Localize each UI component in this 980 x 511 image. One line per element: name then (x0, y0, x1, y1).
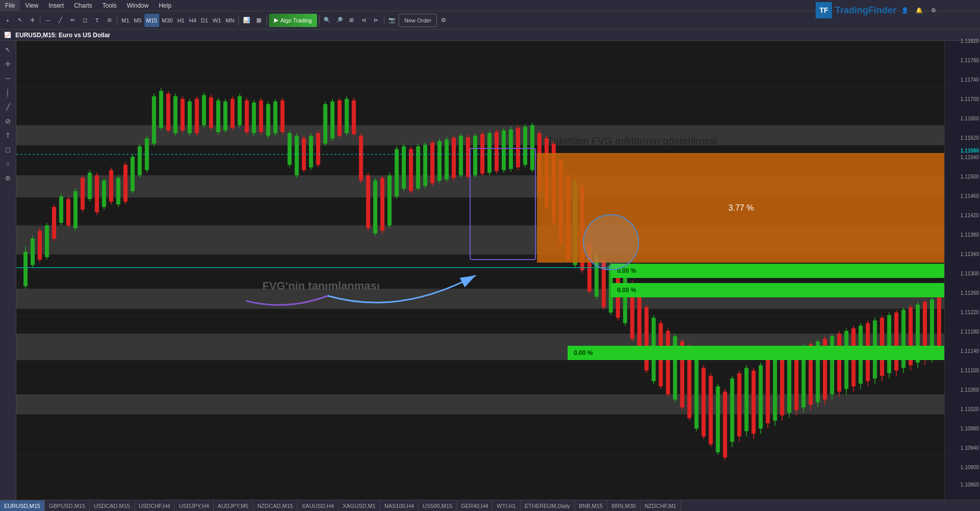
new-chart-btn[interactable]: + (2, 14, 13, 27)
account-btn[interactable]: ⚙ (438, 14, 449, 27)
zoom-in-btn[interactable]: 🔍 (322, 14, 333, 27)
btab-audjpy-m5[interactable]: AUDJPY,M5 (214, 500, 253, 511)
btab-bnb-m15[interactable]: BNB,M15 (575, 500, 607, 511)
tf-w1[interactable]: W1 (211, 14, 224, 27)
tf-d1[interactable]: D1 (199, 14, 210, 27)
svg-rect-168 (559, 160, 563, 244)
tf-notification-btn[interactable]: 🔔 (914, 4, 925, 17)
channel-tool[interactable]: ⊘ (2, 114, 15, 127)
menu-tools[interactable]: Tools (97, 0, 122, 11)
svg-rect-36 (88, 173, 92, 199)
btab-nas100-h4[interactable]: NAS100,H4 (380, 500, 419, 511)
zoom-out-btn[interactable]: 🔎 (334, 14, 345, 27)
btab-xauusd-h4[interactable]: XAUUSD,H4 (298, 500, 338, 511)
sep1 (40, 15, 40, 25)
svg-rect-228 (773, 357, 777, 421)
menu-view[interactable]: View (20, 0, 43, 11)
menu-insert[interactable]: Insert (43, 0, 69, 11)
btab-eurusd-m15[interactable]: EURUSD,M15 (0, 500, 45, 511)
cursor-btn[interactable]: ↖ (14, 14, 26, 27)
tf-h4[interactable]: H4 (187, 14, 198, 27)
sep3 (238, 15, 239, 25)
btab-gbpusd-m15[interactable]: GBPUSD,M15 (45, 500, 90, 511)
fib-tool[interactable]: Φ (2, 171, 15, 185)
svg-rect-268 (916, 304, 920, 363)
btab-xagusd-m1[interactable]: XAGUSD,M1 (338, 500, 380, 511)
svg-rect-18 (23, 252, 28, 286)
fibonacci-btn[interactable]: ⊘ (104, 14, 115, 27)
menu-window[interactable]: Window (122, 0, 154, 11)
tf-settings-btn[interactable]: ⚙ (928, 4, 939, 17)
menu-file[interactable]: File (0, 0, 20, 11)
screenshot-btn[interactable]: 📷 (386, 14, 398, 27)
btab-nzdcad-m15[interactable]: NZDCAD,M15 (253, 500, 298, 511)
btab-us500-m15[interactable]: US500,M15 (419, 500, 457, 511)
svg-rect-42 (109, 170, 113, 201)
menu-charts[interactable]: Charts (69, 0, 97, 11)
price-p17: 1.11100 (961, 368, 979, 373)
svg-rect-182 (609, 265, 613, 313)
hline-tool[interactable]: ─ (2, 71, 15, 85)
algo-trading-btn[interactable]: ▶ Algo Trading (269, 14, 317, 27)
btab-usdcad-m15[interactable]: USDCAD,M15 (90, 500, 135, 511)
menu-help[interactable]: Help (154, 0, 177, 11)
tf-mn[interactable]: MN (224, 14, 236, 27)
price-axis: 1.11820 1.11780 1.11740 1.11700 1.11660 … (944, 41, 980, 500)
svg-rect-90 (280, 100, 284, 132)
svg-rect-266 (909, 307, 913, 365)
main-chart[interactable]: 3.77 % 0.00 % 0.00 % 0.00 % Tüketilen FV… (16, 41, 944, 500)
scroll-left-btn[interactable]: ⊲ (358, 14, 370, 27)
trendline-btn[interactable]: ╱ (55, 14, 66, 27)
vline-tool[interactable]: │ (2, 86, 15, 99)
tf-m30[interactable]: M30 (160, 14, 175, 27)
cursor-tool[interactable]: ↖ (2, 43, 15, 56)
svg-rect-130 (423, 145, 427, 186)
rect-tool[interactable]: ◻ (2, 143, 15, 156)
btab-eth-daily[interactable]: ETHEREUM,Daily (521, 500, 575, 511)
ellipse-tool[interactable]: ○ (2, 157, 15, 170)
chart-type-btn[interactable]: 📊 (241, 14, 252, 27)
svg-rect-186 (623, 275, 627, 323)
svg-rect-252 (859, 326, 863, 384)
new-order-btn[interactable]: New Order (399, 14, 437, 27)
btab-ger40-h4[interactable]: GER40,H4 (457, 500, 493, 511)
draw-tools-btn[interactable]: ✏ (67, 14, 78, 27)
scroll-right-btn[interactable]: ⊳ (371, 14, 382, 27)
svg-rect-272 (930, 299, 934, 357)
svg-rect-158 (523, 127, 527, 165)
crosshair-tool[interactable]: ✛ (2, 57, 15, 70)
btab-usdjpy-h4[interactable]: USDJPY,H4 (175, 500, 213, 511)
crosshair-btn[interactable]: ✛ (27, 14, 38, 27)
shapes-btn[interactable]: ◻ (79, 14, 90, 27)
tf-m15[interactable]: M15 (144, 14, 159, 27)
tf-m1[interactable]: M1 (119, 14, 131, 27)
trendline-tool[interactable]: ╱ (2, 100, 15, 113)
tf-h1[interactable]: H1 (175, 14, 186, 27)
svg-rect-136 (445, 139, 449, 180)
svg-rect-76 (231, 99, 235, 128)
svg-rect-48 (131, 157, 135, 191)
btab-wti-h1[interactable]: WTI,H1 (493, 500, 520, 511)
svg-rect-152 (502, 131, 506, 170)
btab-usdchf-h4[interactable]: USDCHF,H4 (135, 500, 175, 511)
price-p8: 1.11460 (961, 193, 979, 199)
svg-rect-142 (466, 137, 470, 177)
svg-rect-108 (345, 99, 349, 133)
btab-nzdchf-m1[interactable]: NZDCHF,M1 (641, 500, 681, 511)
svg-rect-164 (545, 138, 549, 207)
svg-rect-3 (16, 289, 944, 309)
tf-m5[interactable]: M5 (132, 14, 143, 27)
price-p7: 1.11500 (961, 174, 979, 180)
text-tool[interactable]: T (2, 129, 15, 142)
svg-rect-24 (45, 225, 49, 257)
text-btn[interactable]: T (91, 14, 103, 27)
svg-rect-246 (837, 334, 841, 392)
btab-brn-m30[interactable]: BRN,M30 (607, 500, 641, 511)
tf-profile-btn[interactable]: 👤 (899, 4, 911, 17)
candle-btn[interactable]: ▦ (253, 14, 264, 27)
hline-btn[interactable]: ─ (42, 14, 54, 27)
svg-rect-202 (680, 342, 684, 407)
svg-rect-126 (409, 149, 413, 191)
grid-btn[interactable]: ⊞ (346, 14, 357, 27)
svg-rect-260 (887, 315, 891, 373)
